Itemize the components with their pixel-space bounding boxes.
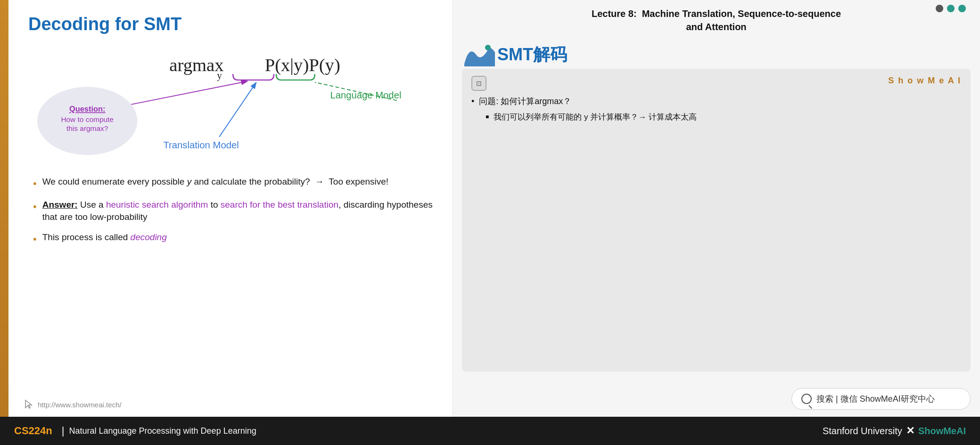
smt-title: SMT解码 (497, 43, 567, 66)
bottom-separator: | (62, 425, 65, 437)
url-area: http://www.showmeai.tech/ (24, 399, 122, 410)
diagram-area: argmax y P(x|y)P(y) (24, 44, 433, 166)
right-panel: Lecture 8: Machine Translation, Sequence… (453, 0, 980, 417)
svg-text:Language Model: Language Model (330, 90, 401, 100)
search-bar[interactable]: 搜索 | 微信 ShowMeAI研究中心 (791, 388, 971, 410)
bullet-text-1: We could enumerate every possible y and … (42, 176, 388, 188)
slide-left-bar (0, 0, 8, 417)
ai-chat-box: ⊡ S h o w M e A I • 问题: 如何计算argmax？ ■ 我们… (462, 69, 971, 372)
showmeai-label: S h o w M e A I (888, 76, 961, 86)
ai-icon: ⊡ (471, 76, 486, 91)
chat-content: • 问题: 如何计算argmax？ ■ 我们可以列举所有可能的 y 并计算概率？… (471, 96, 961, 122)
svg-text:P(x|y)P(y): P(x|y)P(y) (265, 55, 340, 75)
bullet-text-2: Answer: Use a heuristic search algorithm… (42, 199, 433, 224)
chat-bullet-dot-1: • (471, 97, 474, 106)
showmeai-footer: ShowMeAI (918, 426, 966, 437)
bottom-right: Stanford University ✕ ShowMeAI (823, 425, 966, 437)
slide-panel: Decoding for SMT argmax y P(x|y)P(y) (0, 0, 453, 417)
x-separator: ✕ (906, 425, 914, 437)
diagram-svg: argmax y P(x|y)P(y) (24, 44, 433, 166)
bullet-item-3: • This process is called decoding (33, 231, 433, 247)
svg-text:Question:: Question: (69, 105, 106, 113)
bottom-bar: CS224n | Natural Language Processing wit… (0, 417, 980, 445)
bottom-left: CS224n | Natural Language Processing wit… (14, 425, 256, 437)
dot-gray (936, 5, 943, 12)
chat-sub-text-1: 我们可以列举所有可能的 y 并计算概率？→ 计算成本太高 (494, 112, 697, 122)
search-icon-circle (801, 394, 812, 404)
chat-bullet-text-1: 问题: 如何计算argmax？ (479, 96, 571, 107)
bullet-text-3: This process is called decoding (42, 231, 167, 244)
chat-sub-dot-1: ■ (486, 113, 489, 120)
dot-teal-2 (958, 5, 966, 12)
svg-text:this argmax?: this argmax? (66, 124, 108, 132)
url-text: http://www.showmeai.tech/ (38, 401, 122, 409)
stanford-text: Stanford University (823, 426, 902, 437)
svg-line-3 (117, 81, 247, 107)
smt-wave-icon (462, 40, 497, 69)
bullet-item-2: • Answer: Use a heuristic search algorit… (33, 199, 433, 224)
search-icon (801, 394, 812, 404)
bottom-subtitle: Natural Language Processing with Deep Le… (69, 426, 256, 436)
svg-text:argmax: argmax (169, 55, 223, 75)
cursor-icon (24, 399, 34, 410)
svg-line-4 (219, 83, 255, 137)
heuristic-text: heuristic search algorithm (106, 200, 208, 210)
slide-title: Decoding for SMT (28, 14, 433, 34)
decoding-text: decoding (131, 232, 167, 242)
search-text: search for the best translation (221, 200, 338, 210)
bullet-dot-3: • (33, 232, 37, 247)
status-dots (936, 5, 966, 12)
dot-teal-1 (947, 5, 955, 12)
answer-label: Answer: (42, 200, 78, 210)
svg-point-12 (485, 45, 491, 50)
bullet-dot-1: • (33, 177, 37, 191)
chat-sub-bullet-1: ■ 我们可以列举所有可能的 y 并计算概率？→ 计算成本太高 (486, 112, 961, 122)
search-icon-handle (808, 405, 812, 409)
svg-text:y: y (217, 70, 222, 81)
svg-text:Translation Model: Translation Model (163, 140, 239, 150)
lecture-title: Lecture 8: Machine Translation, Sequence… (462, 7, 971, 33)
bullet-dot-2: • (33, 200, 37, 214)
chat-bullet-1: • 问题: 如何计算argmax？ (471, 96, 961, 107)
bullets-section: • We could enumerate every possible y an… (33, 176, 433, 247)
ai-icon-label: ⊡ (476, 80, 482, 87)
svg-text:How to compute: How to compute (61, 115, 114, 123)
bullet-item-1: • We could enumerate every possible y an… (33, 176, 433, 191)
cs224n-label: CS224n (14, 425, 52, 437)
search-bar-text: 搜索 | 微信 ShowMeAI研究中心 (816, 393, 935, 405)
smt-header-row: SMT解码 (462, 40, 971, 69)
